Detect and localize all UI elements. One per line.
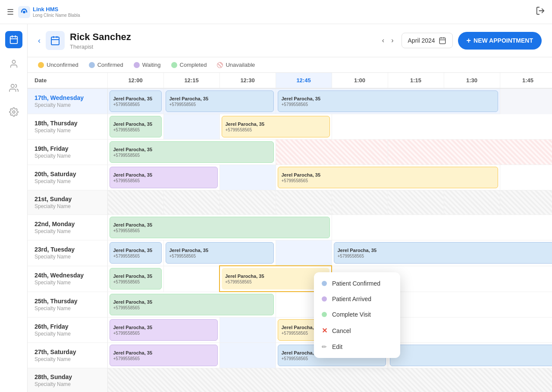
- patient-name: Jerel Parocha, 35: [113, 325, 214, 330]
- sidebar-item-teams[interactable]: [5, 79, 22, 96]
- confirmed-dot: [89, 62, 95, 68]
- appt-18-1230[interactable]: Jerel Parocha, 35 +5799558565: [222, 116, 330, 137]
- appt-22-1200[interactable]: Jerel Parocha, 35 +5799558565: [110, 217, 330, 238]
- ctx-edit[interactable]: ✏ Edit: [314, 339, 400, 355]
- patient-name: Jerel Parocha, 35: [113, 121, 158, 127]
- cell-26-1200[interactable]: Jerel Parocha, 35 +5799558565: [107, 317, 220, 343]
- calendar-wrapper[interactable]: Date 12:00 12:15 12:30 12:45 1:00 1:15 1…: [28, 73, 552, 392]
- date-cell-20: 20th, Saturday Specialty Name: [28, 165, 107, 190]
- appt-17-1245[interactable]: Jerel Parocha, 35 +5799558565: [278, 90, 498, 112]
- cell-18-1230[interactable]: Jerel Parocha, 35 +5799558565: [220, 114, 332, 140]
- svg-point-7: [12, 60, 15, 63]
- appt-24-1230[interactable]: Jerel Parocha, 35 +5799558565: [222, 268, 329, 289]
- patient-phone: +5799558565: [113, 356, 214, 361]
- svg-point-8: [11, 84, 14, 87]
- cell-23-100[interactable]: Jerel Parocha, 35 +5799558565: [332, 240, 552, 266]
- appt-23-1200[interactable]: Jerel Parocha, 35 +5799558565: [110, 242, 162, 264]
- page-header-right: ‹ › April 2024 + NEW A: [380, 32, 542, 50]
- cell-25-1200[interactable]: Jerel Parocha, 35 +5799558565: [107, 292, 276, 317]
- completed-dot: [171, 62, 177, 68]
- cell-19-1200[interactable]: Jerel Parocha, 35 +5799558565: [107, 140, 276, 165]
- row-19: 19th, Friday Specialty Name Jerel Paroch…: [28, 140, 552, 165]
- month-picker[interactable]: April 2024: [401, 33, 453, 48]
- cell-27-1200[interactable]: Jerel Parocha, 35 +5799558565: [107, 343, 220, 368]
- cell-17-1200[interactable]: Jerel Parocha, 35 +5799558565: [107, 88, 163, 114]
- appt-23-1215[interactable]: Jerel Parocha, 35 +5799558565: [166, 242, 274, 264]
- cell-23-1215[interactable]: Jerel Parocha, 35 +5799558565: [163, 240, 276, 266]
- cell-20-1230[interactable]: Jerel Parocha, 35 +5799558565: [276, 165, 500, 190]
- cell-19-unavail1: [276, 140, 388, 165]
- row-20: 20th, Saturday Specialty Name Jerel Paro…: [28, 165, 552, 190]
- patient-phone: +5799558565: [113, 228, 326, 233]
- date-secondary-25: Specialty Name: [34, 305, 100, 311]
- appt-27-100[interactable]: [390, 345, 552, 366]
- patient-phone: +5799558565: [282, 178, 494, 183]
- row-23: 23rd, Tuesday Specialty Name Jerel Paroc…: [28, 240, 552, 266]
- cell-21-unavail8: [500, 190, 552, 215]
- patient-name: Jerel Parocha, 35: [282, 96, 494, 101]
- date-secondary-19: Specialty Name: [34, 153, 100, 159]
- ctx-patient-confirmed[interactable]: Patient Confirmed: [314, 276, 400, 291]
- date-secondary-17: Specialty Name: [34, 102, 100, 108]
- patient-phone: +5799558565: [113, 280, 158, 284]
- row-17: 17th, Wednesday Specialty Name Jerel Par…: [28, 88, 552, 114]
- col-130: 1:30: [444, 73, 500, 88]
- next-month-button[interactable]: ›: [389, 34, 396, 47]
- appt-25-1200[interactable]: Jerel Parocha, 35 +5799558565: [110, 294, 274, 315]
- col-115: 1:15: [388, 73, 444, 88]
- back-button[interactable]: ‹: [38, 36, 41, 45]
- appt-17-1215[interactable]: Jerel Parocha, 35 +5799558565: [166, 90, 274, 112]
- cell-21-unavail3: [220, 190, 276, 215]
- cell-24-1215-empty: [163, 266, 220, 292]
- cell-23-1200[interactable]: Jerel Parocha, 35 +5799558565: [107, 240, 163, 266]
- sidebar-item-settings[interactable]: [5, 103, 22, 121]
- cell-27-1230-empty: [220, 343, 276, 368]
- ctx-complete-visit[interactable]: Complete Visit: [314, 307, 400, 322]
- cell-27-empty: [388, 343, 552, 368]
- legend-unconfirmed: Unconfirmed: [38, 62, 78, 68]
- patient-name: Jerel Parocha, 35: [113, 299, 270, 305]
- patient-name: Jerel Parocha, 35: [338, 248, 550, 253]
- cell-22-empty: [332, 215, 552, 240]
- appt-20-1230[interactable]: Jerel Parocha, 35 +5799558565: [278, 167, 498, 188]
- patient-name: Jerel Parocha, 35: [113, 274, 158, 279]
- appt-18-1200[interactable]: Jerel Parocha, 35 +5799558565: [110, 116, 162, 137]
- ctx-patient-arrived[interactable]: Patient Arrived: [314, 291, 400, 307]
- sidebar-item-calendar[interactable]: [5, 31, 22, 48]
- sidebar: [0, 24, 28, 392]
- cell-24-1200[interactable]: Jerel Parocha, 35 +5799558565: [107, 266, 163, 292]
- date-cell-18: 18th, Thursday Specialty Name: [28, 114, 107, 140]
- appt-17-1200[interactable]: Jerel Parocha, 35 +5799558565: [110, 90, 162, 112]
- appt-19-1200[interactable]: Jerel Parocha, 35 +5799558565: [110, 141, 274, 163]
- cell-21-unavail2: [163, 190, 220, 215]
- date-cell-21: 21st, Sunday Specialty Name: [28, 190, 107, 215]
- appt-20-1200[interactable]: Jerel Parocha, 35 +5799558565: [110, 167, 218, 188]
- arrived-status-dot: [322, 296, 327, 302]
- date-secondary-27: Specialty Name: [34, 356, 100, 362]
- top-bar-left: ☰ Link HMS Long Clinic Name Blabla: [7, 6, 80, 18]
- ctx-cancel[interactable]: ✕ Cancel: [314, 322, 400, 339]
- cell-18-1200[interactable]: Jerel Parocha, 35 +5799558565: [107, 114, 163, 140]
- cell-20-1200[interactable]: Jerel Parocha, 35 +5799558565: [107, 165, 220, 190]
- ctx-complete-visit-label: Complete Visit: [332, 311, 371, 318]
- cell-22-1200[interactable]: Jerel Parocha, 35 +5799558565: [107, 215, 332, 240]
- sidebar-item-patients[interactable]: [5, 55, 22, 72]
- logout-icon[interactable]: [536, 6, 545, 18]
- hamburger-icon[interactable]: ☰: [7, 7, 14, 17]
- month-nav: ‹ ›: [380, 34, 396, 47]
- svg-rect-10: [51, 37, 59, 45]
- patient-phone: +5799558565: [113, 128, 158, 132]
- completed-label: Completed: [180, 62, 207, 68]
- appt-26-1200[interactable]: Jerel Parocha, 35 +5799558565: [110, 319, 218, 341]
- appt-27-1200[interactable]: Jerel Parocha, 35 +5799558565: [110, 345, 218, 366]
- provider-icon: [46, 31, 65, 50]
- row-26: 26th, Friday Specialty Name Jerel Paroch…: [28, 317, 552, 343]
- waiting-label: Waiting: [142, 62, 161, 68]
- new-appointment-button[interactable]: + NEW APPOINTMENT: [458, 32, 542, 50]
- appt-24-1200[interactable]: Jerel Parocha, 35 +5799558565: [110, 268, 162, 289]
- cell-17-1215[interactable]: Jerel Parocha, 35 +5799558565: [163, 88, 276, 114]
- page-header: ‹ Rick Sanchez Therapist: [28, 24, 552, 57]
- appt-23-100[interactable]: Jerel Parocha, 35 +5799558565: [334, 242, 552, 264]
- prev-month-button[interactable]: ‹: [380, 34, 387, 47]
- cell-17-1245[interactable]: Jerel Parocha, 35 +5799558565: [276, 88, 500, 114]
